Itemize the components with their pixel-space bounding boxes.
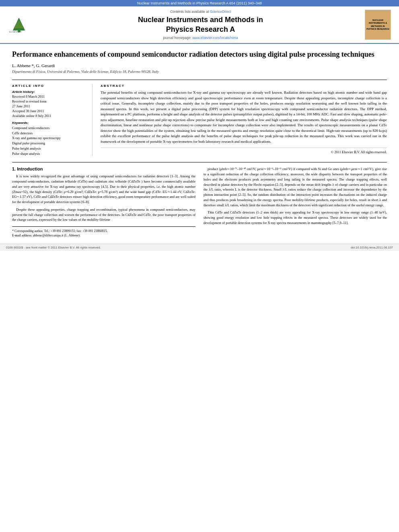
intro-paragraph-1: It is now widely recognized the great ad… [12, 174, 195, 205]
svg-marker-2 [14, 20, 25, 28]
received-date: Received 8 March 2011 [12, 94, 86, 99]
keyword-4: Digital pulse processing [12, 141, 86, 146]
journal-citation-text: Nuclear Instruments and Methods in Physi… [137, 1, 262, 5]
available-date: Available online 8 July 2011 [12, 114, 86, 119]
elsevier-tree-icon: ELSEVIER [8, 17, 30, 33]
abstract-column: ABSTRACT The potential benefits of using… [101, 84, 387, 156]
authors: L. Abbene *, G. Gerardi [12, 63, 387, 68]
keyword-5: Pulse height analysis [12, 146, 86, 151]
footnote-email: E-mail address: abbene@difiter.unipa.it … [12, 233, 195, 238]
svg-text:ELSEVIER: ELSEVIER [9, 30, 22, 33]
copyright-line: © 2011 Elsevier B.V. All rights reserved… [101, 148, 387, 154]
keyword-6: Pulse shape analysis [12, 151, 86, 156]
abstract-heading: ABSTRACT [101, 84, 387, 88]
section-number: 1. [12, 166, 16, 171]
body-section: 1. Introduction It is now widely recogni… [12, 162, 387, 238]
journal-thumbnail: NUCLEAR INSTRUMENTS & METHODS IN PHYSICS… [365, 10, 391, 40]
journal-header-center: Contents lists available at ScienceDirec… [36, 10, 365, 40]
contents-line: Contents lists available at ScienceDirec… [36, 10, 365, 14]
journal-title: Nuclear Instruments and Methods in Physi… [36, 15, 365, 34]
intro-title: 1. Introduction [12, 166, 195, 171]
article-info-heading: ARTICLE INFO [12, 84, 86, 88]
keyword-1: Compound semiconductors [12, 125, 86, 131]
article-title: Performance enhancements of compound sem… [12, 50, 387, 59]
article-info-column: ARTICLE INFO Article history: Received 8… [12, 84, 93, 156]
body-right-column: product (μhτh∼10⁻⁵–10⁻⁴ cm²/V; μeτe∼10⁻³… [204, 166, 387, 238]
right-paragraph-2: Thin CdTe and CdZnTe detectors (1–2 mm t… [204, 210, 387, 225]
main-content: Performance enhancements of compound sem… [0, 44, 399, 244]
section-title: Introduction [17, 166, 43, 171]
sciencedirect-link[interactable]: ScienceDirect [210, 10, 231, 14]
elsevier-logo: ELSEVIER [8, 17, 36, 33]
keywords-list: Compound semiconductors CdTe detectors X… [12, 125, 86, 156]
article-history-label: Article history: [12, 90, 86, 94]
accepted-date: Accepted 30 June 2011 [12, 109, 86, 114]
keyword-3: X-ray and gamma ray spectroscopy [12, 136, 86, 141]
footer-doi: doi:10.1016/j.nima.2011.06.107 [351, 246, 393, 249]
intro-paragraph-2: Despite these appealing properties, char… [12, 207, 195, 222]
article-info-abstract-section: ARTICLE INFO Article history: Received 8… [12, 80, 387, 156]
keyword-2: CdTe detectors [12, 131, 86, 136]
affiliation: Dipartimento di Fisica, Università di Pa… [12, 70, 387, 74]
body-left-column: 1. Introduction It is now widely recogni… [12, 166, 195, 238]
right-paragraph-1: product (μhτh∼10⁻⁵–10⁻⁴ cm²/V; μeτe∼10⁻³… [204, 166, 387, 207]
journal-thumb-text: NUCLEAR INSTRUMENTS & METHODS IN PHYSICS… [366, 19, 389, 31]
keywords-label: Keywords: [12, 121, 86, 125]
journal-citation-bar: Nuclear Instruments and Methods in Physi… [0, 0, 399, 6]
footer-issn: 0168-9002/$ - see front matter © 2011 El… [6, 246, 101, 249]
right-body-text: product (μhτh∼10⁻⁵–10⁻⁴ cm²/V; μeτe∼10⁻³… [204, 166, 387, 225]
footnote-corresponding: * Corresponding author. Tel.: +39 091 23… [12, 229, 195, 233]
footnotes: * Corresponding author. Tel.: +39 091 23… [12, 226, 195, 238]
footer-bar: 0168-9002/$ - see front matter © 2011 El… [0, 244, 399, 251]
abstract-text: The potential benefits of using compound… [101, 90, 387, 144]
journal-header: ELSEVIER Contents lists available at Sci… [0, 6, 399, 44]
intro-body: It is now widely recognized the great ad… [12, 174, 195, 222]
journal-homepage: journal homepage: www.elsevier.com/locat… [36, 36, 365, 40]
revised-label: Received in revised form [12, 99, 86, 104]
revised-date: 27 June 2011 [12, 104, 86, 109]
journal-url-link[interactable]: www.elsevier.com/locate/nima [192, 36, 238, 40]
